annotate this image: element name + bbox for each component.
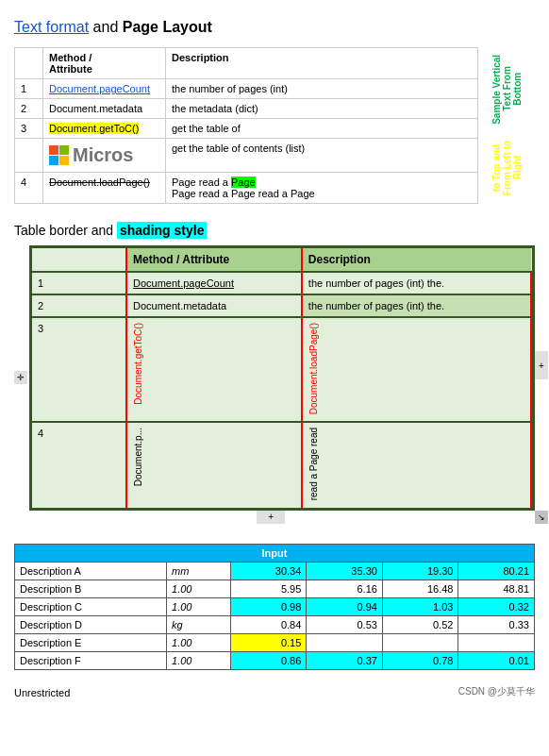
table3-c-label: Description C (15, 597, 167, 615)
footer-attribution: CSDN @少莫千华 (458, 685, 535, 698)
table2-row3-method: Document.getToC() (126, 317, 302, 422)
table1-row1-num: 1 (15, 79, 43, 99)
table3-d-v1: 0.84 (230, 615, 307, 633)
table2-col1-header: Method / Attribute (126, 248, 302, 272)
table3-c-v3: 1.03 (382, 597, 458, 615)
section2: Table border and shading style ✛ Method … (0, 213, 549, 515)
table3-d-unit: kg (167, 615, 231, 633)
table2-header-row: Method / Attribute Description (32, 248, 531, 272)
table3-f-v1: 0.86 (230, 651, 307, 669)
table3-a-v2: 35.30 (307, 562, 383, 580)
table3-e-label: Description E (15, 633, 167, 651)
table1-wrapper: Sample Vertical Text From Bottom to Top … (14, 47, 535, 204)
title-and: and (93, 19, 123, 35)
table1-row4-desc: Page read a Page Page read a Page read a… (166, 173, 478, 204)
table1-row4: 4 Document.loadPage() Page read a Page P… (15, 173, 478, 204)
footer-unrestricted: Unrestricted (14, 687, 70, 698)
table2-row1-method: Document.pageCount (126, 272, 302, 294)
table3-e-v4 (458, 633, 535, 651)
table1-row3: 3 Document.getToC() get the table of (15, 119, 478, 139)
table1-row1-desc: the number of pages (int) (166, 79, 478, 99)
table3-row-d: Description D kg 0.84 0.53 0.52 0.33 (15, 615, 535, 633)
table3-row-a: Description A mm 30.34 35.30 19.30 80.21 (15, 562, 535, 580)
table2-row4-method: Document.p... (126, 422, 302, 507)
table3-b-v1: 5.95 (230, 580, 307, 597)
table3-b-v2: 6.16 (307, 580, 383, 597)
table2-row2-num: 2 (32, 294, 126, 317)
table3-f-v4: 0.01 (458, 651, 535, 669)
table2: Method / Attribute Description 1 Documen… (32, 248, 532, 508)
section3: Input Description A mm 30.34 35.30 19.30… (0, 534, 549, 675)
table1-row4-num: 4 (15, 173, 43, 204)
table2-row3: 3 Document.getToC() Document.loadPage() (32, 317, 531, 422)
vertical-text-green: Sample Vertical Text From Bottom (490, 47, 524, 131)
table1-col2-header: Description (166, 48, 478, 79)
method-vertical-3: Document.getToC() (133, 323, 143, 405)
table1: Method /Attribute Description 1 Document… (14, 47, 478, 204)
section2-wrapper: ✛ Method / Attribute Description 1 (14, 245, 535, 511)
table3-b-label: Description B (15, 580, 167, 597)
section2-title-plain: Table border and (14, 223, 113, 238)
ms-blue (49, 156, 58, 165)
ms-text: Micros (73, 144, 133, 166)
ms-red (49, 145, 58, 155)
table3-d-v3: 0.52 (382, 615, 458, 633)
move-handle-icon[interactable]: ✛ (14, 371, 27, 384)
table2-row2-method: Document.metadata (126, 294, 302, 317)
method-underline-1: Document.pageCount (133, 277, 234, 289)
table2-row2: 2 Document.metadata the number of pages … (32, 294, 531, 317)
table3-f-label: Description F (15, 651, 167, 669)
method-highlighted-3: Document.getToC() (49, 123, 139, 134)
table2-col0-header (32, 248, 126, 272)
resize-icon[interactable]: ↘ (535, 511, 548, 524)
table1-row4-method: Document.loadPage() (43, 173, 166, 204)
desc-vertical-4: read a Page read (308, 428, 319, 500)
table1-row2-desc: the metadata (dict) (166, 99, 478, 119)
ms-yellow (59, 156, 69, 165)
section2-title-highlighted: shading style (117, 222, 207, 239)
table3-a-v4: 80.21 (458, 562, 535, 580)
table3-a-v3: 19.30 (382, 562, 458, 580)
table3-c-v4: 0.32 (458, 597, 535, 615)
table3-row-e: Description E 1.00 0.15 (15, 633, 535, 651)
footer: Unrestricted CSDN @少莫千华 (0, 680, 549, 703)
table1-row3-desc: get the table of (166, 119, 478, 139)
scroll-right-icon[interactable]: + (535, 351, 548, 379)
table1-col1-header: Method /Attribute (43, 48, 166, 79)
table2-col2-header: Description (302, 248, 531, 272)
table3-row-f: Description F 1.00 0.86 0.37 0.78 0.01 (15, 651, 535, 669)
table2-row1-desc: the number of pages (int) the. (302, 272, 531, 294)
table1-row3-method: Document.getToC() (43, 119, 166, 139)
table1-row3b-num (15, 139, 43, 173)
table3-f-unit: 1.00 (167, 651, 231, 669)
table2-row3-desc: Document.loadPage() (302, 317, 531, 422)
table1-row1-method: Document.pageCount (43, 79, 166, 99)
table2-row3-num: 3 (32, 317, 126, 422)
vertical-text-area: Sample Vertical Text From Bottom to Top … (478, 47, 535, 204)
table3: Input Description A mm 30.34 35.30 19.30… (14, 544, 535, 670)
table3-e-unit: 1.00 (167, 633, 231, 651)
table3-b-unit: 1.00 (167, 580, 231, 597)
table2-row4-desc: read a Page read (302, 422, 531, 507)
add-col-icon[interactable]: + (257, 511, 285, 524)
table3-a-unit: mm (167, 562, 231, 580)
table1-row3b: Micros get the table of contents (list) (15, 139, 478, 173)
table2-container: Method / Attribute Description 1 Documen… (29, 245, 535, 511)
table3-b-v4: 48.81 (458, 580, 535, 597)
table2-row1-num: 1 (32, 272, 126, 294)
table2-row2-desc: the number of pages (int) the. (302, 294, 531, 317)
table2-row1: 1 Document.pageCount the number of pages… (32, 272, 531, 294)
table1-row1: 1 Document.pageCount the number of pages… (15, 79, 478, 99)
table1-row2: 2 Document.metadata the metadata (dict) (15, 99, 478, 119)
table3-header-row: Input (15, 544, 535, 562)
table2-outer: Method / Attribute Description 1 Documen… (29, 245, 535, 511)
table3-a-label: Description A (15, 562, 167, 580)
ms-logo: Micros (49, 144, 159, 166)
table3-row-b: Description B 1.00 5.95 6.16 16.48 48.81 (15, 580, 535, 597)
table3-d-v2: 0.53 (307, 615, 383, 633)
method-link-1: Document.pageCount (49, 83, 150, 94)
method-strikethrough-4: Document.loadPage() (49, 176, 150, 188)
table2-row4: 4 Document.p... read a Page read (32, 422, 531, 507)
table3-a-v1: 30.34 (230, 562, 307, 580)
desc-vertical-3: Document.loadPage() (308, 323, 319, 414)
